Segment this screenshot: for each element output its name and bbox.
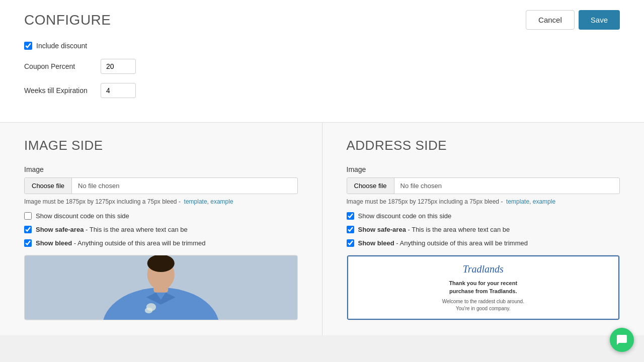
image-side-image-label: Image (24, 165, 298, 173)
address-side-template-link[interactable]: template (506, 198, 529, 205)
image-side-template-link[interactable]: template (184, 198, 207, 205)
coupon-percent-row: Coupon Percent 20 (24, 59, 620, 74)
image-side-show-bleed-row[interactable]: Show bleed - Anything outside of this ar… (24, 239, 298, 247)
coupon-percent-label: Coupon Percent (24, 62, 95, 70)
address-preview-logo: Tradlands (463, 263, 504, 275)
image-side-file-input: Choose file No file chosen (24, 177, 298, 194)
address-side-choose-file-btn[interactable]: Choose file (347, 178, 394, 194)
address-side-show-safe-area-checkbox[interactable] (347, 226, 354, 233)
header-buttons: Cancel Save (526, 10, 620, 30)
include-discount-label[interactable]: Include discount (24, 42, 87, 50)
address-side-show-bleed-row[interactable]: Show bleed - Anything outside of this ar… (347, 239, 620, 247)
image-side-title: IMAGE SIDE (24, 138, 298, 153)
image-side-show-safe-area-row[interactable]: Show safe-area - This is the area where … (24, 226, 298, 233)
configure-title: CONFIGURE (24, 12, 111, 28)
image-side-choose-file-btn[interactable]: Choose file (25, 178, 72, 194)
image-side-preview (24, 255, 298, 320)
address-side-show-discount-row[interactable]: Show discount code on this side (347, 212, 620, 220)
image-side-no-file-text: No file chosen (72, 178, 125, 194)
image-side-show-safe-area-checkbox[interactable] (24, 226, 32, 233)
address-preview-content: Tradlands Thank you for your recent purc… (347, 255, 620, 320)
image-side-example-link[interactable]: example (210, 198, 233, 205)
address-side-column: ADDRESS SIDE Image Choose file No file c… (323, 123, 645, 335)
weeks-expiration-input[interactable]: 4 (101, 83, 136, 98)
include-discount-checkbox[interactable] (24, 42, 32, 50)
svg-point-4 (147, 255, 175, 272)
configure-header: CONFIGURE Cancel Save (24, 10, 620, 30)
address-side-image-label: Image (347, 165, 620, 173)
two-column-layout: IMAGE SIDE Image Choose file No file cho… (0, 123, 644, 335)
person-image-svg (25, 255, 297, 320)
coupon-percent-input[interactable]: 20 (101, 59, 136, 74)
configure-section: CONFIGURE Cancel Save Include discount C… (0, 0, 644, 123)
image-side-preview-image (25, 255, 297, 320)
address-side-show-discount-checkbox[interactable] (347, 212, 354, 220)
image-side-show-discount-checkbox[interactable] (24, 212, 32, 220)
weeks-expiration-row: Weeks till Expiration 4 (24, 83, 620, 98)
image-side-show-bleed-checkbox[interactable] (24, 239, 32, 247)
address-side-title: ADDRESS SIDE (347, 138, 620, 153)
save-button[interactable]: Save (579, 10, 620, 30)
address-side-preview: Tradlands Thank you for your recent purc… (347, 255, 620, 320)
chat-icon (616, 334, 628, 335)
address-side-no-file-text: No file chosen (394, 178, 448, 194)
image-side-show-discount-row[interactable]: Show discount code on this side (24, 212, 298, 220)
address-preview-line3: Welcome to the raddest club around. You'… (442, 298, 524, 312)
address-side-show-bleed-checkbox[interactable] (347, 239, 354, 247)
image-side-column: IMAGE SIDE Image Choose file No file cho… (0, 123, 323, 335)
address-side-example-link[interactable]: example (533, 198, 555, 205)
weeks-expiration-label: Weeks till Expiration (24, 86, 95, 95)
svg-point-7 (145, 308, 152, 314)
image-side-info: Image must be 1875px by 1275px including… (24, 198, 298, 205)
include-discount-row: Include discount (24, 42, 620, 50)
cancel-button[interactable]: Cancel (526, 10, 575, 30)
address-side-show-safe-area-row[interactable]: Show safe-area - This is the area where … (347, 226, 620, 233)
address-side-file-input: Choose file No file chosen (347, 177, 620, 194)
address-side-info: Image must be 1875px by 1275px including… (347, 198, 620, 205)
address-preview-line1: Thank you for your recent purchase from … (449, 279, 517, 296)
